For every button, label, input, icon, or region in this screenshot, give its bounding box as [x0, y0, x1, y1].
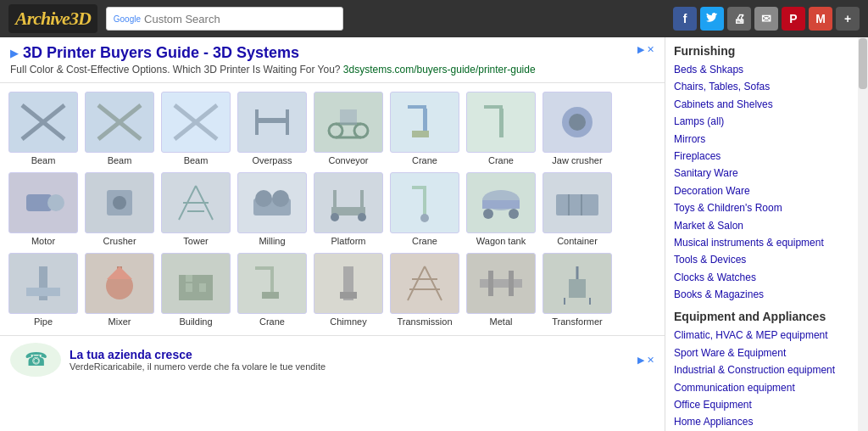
svg-point-45 — [509, 209, 519, 219]
grid-item-label: Beam — [8, 155, 78, 165]
svg-point-41 — [420, 214, 429, 222]
gmail-icon[interactable]: M — [809, 7, 832, 31]
grid-item[interactable]: Overpass — [234, 88, 310, 169]
grid-item-label: Building — [161, 316, 231, 327]
grid-item-image — [466, 92, 536, 153]
sidebar-link[interactable]: Home Appliances — [674, 413, 848, 430]
svg-rect-68 — [488, 271, 493, 296]
svg-rect-62 — [340, 292, 357, 299]
more-icon[interactable]: + — [836, 7, 860, 31]
grid-item[interactable]: Motor — [5, 169, 81, 249]
svg-rect-19 — [484, 105, 503, 109]
pinterest-icon[interactable]: P — [782, 7, 805, 31]
grid-item[interactable]: Mixer — [81, 249, 158, 330]
grid-item-image — [85, 253, 154, 314]
scrollbar-thumb[interactable] — [859, 38, 867, 89]
svg-point-10 — [354, 124, 368, 137]
sidebar-link[interactable]: Cabinets and Shelves — [674, 96, 848, 113]
grid-item-image — [314, 172, 383, 233]
grid-item[interactable]: Tower — [158, 169, 234, 249]
grid-item[interactable]: Transmission — [387, 249, 463, 330]
sidebar-link[interactable]: Musical instruments & equipment — [674, 234, 848, 251]
sidebar-link[interactable]: Market & Salon — [674, 217, 848, 234]
grid-item-label: Conveyor — [314, 155, 383, 165]
grid-item[interactable]: Container — [539, 169, 615, 249]
sidebar-link[interactable]: Beds & Shkaps — [674, 61, 848, 78]
sidebar-link[interactable]: Lamps (all) — [674, 113, 848, 130]
grid-item-image — [542, 172, 612, 233]
sidebar-link[interactable]: Industrial & Construction equipment — [674, 361, 848, 378]
grid-item[interactable]: Crane — [463, 88, 539, 169]
twitter-icon[interactable] — [700, 7, 724, 31]
sidebar-link[interactable]: Sanitary Ware — [674, 165, 848, 182]
search-bar[interactable]: Google — [106, 7, 343, 31]
svg-rect-8 — [286, 109, 289, 135]
ad-dismiss-icon[interactable]: ▶ ✕ — [637, 44, 654, 55]
grid-item[interactable]: Transformer — [539, 249, 615, 330]
grid-item[interactable]: Crane — [234, 249, 310, 330]
grid-item-image — [390, 172, 459, 233]
grid-item[interactable]: Beam — [5, 88, 81, 169]
grid-item-image — [390, 92, 459, 153]
grid-item[interactable]: Crusher — [81, 169, 158, 249]
email-icon[interactable]: ✉ — [754, 7, 778, 31]
ad-url[interactable]: 3dsystems.com/buyers-guide/printer-guide — [343, 64, 536, 76]
grid-item[interactable]: Jaw crusher — [539, 88, 615, 169]
sidebar-link[interactable]: Chairs, Tables, Sofas — [674, 78, 848, 95]
ad-title[interactable]: ▶ 3D Printer Buyers Guide - 3D Systems — [10, 44, 299, 62]
grid-item[interactable]: Beam — [158, 88, 234, 169]
svg-rect-43 — [482, 200, 520, 209]
social-icons: f 🖨 ✉ P M + — [673, 7, 860, 31]
grid-item-image — [466, 253, 536, 314]
grid-item-label: Pipe — [8, 316, 78, 327]
grid-item[interactable]: Crane — [387, 169, 463, 249]
grid-item-label: Beam — [161, 155, 231, 165]
sidebar: FurnishingBeds & ShkapsChairs, Tables, S… — [665, 37, 868, 431]
svg-marker-53 — [107, 266, 132, 279]
svg-rect-15 — [408, 105, 426, 109]
sidebar-link[interactable]: Sport Ware & Equipment — [674, 344, 848, 361]
bottom-ad-title[interactable]: La tua azienda cresce — [70, 348, 326, 361]
grid-item[interactable]: Beam — [81, 88, 158, 169]
sidebar-link[interactable]: Communication equipment — [674, 379, 848, 396]
bottom-ad: ☎ La tua azienda cresce VerdeRicaricabil… — [0, 335, 665, 383]
sidebar-link[interactable]: Decoration Ware — [674, 182, 848, 199]
sidebar-link[interactable]: Climatic, HVAC & MEP equipment — [674, 327, 848, 344]
sidebar-link[interactable]: Fireplaces — [674, 148, 848, 165]
grid-item[interactable]: Chimney — [310, 249, 387, 330]
grid-item[interactable]: Metal — [463, 249, 539, 330]
grid-item-label: Platform — [314, 236, 383, 246]
grid-item-image — [8, 253, 78, 314]
sidebar-link[interactable]: Office Equipment — [674, 396, 848, 413]
svg-rect-6 — [255, 118, 289, 123]
svg-rect-59 — [255, 266, 274, 270]
main-container: ▶ 3D Printer Buyers Guide - 3D Systems F… — [0, 37, 868, 431]
grid-item[interactable]: Crane — [387, 88, 463, 169]
grid-item-image — [161, 253, 231, 314]
sidebar-link[interactable]: Books & Magazines — [674, 286, 848, 303]
sidebar-link[interactable]: Tools & Devices — [674, 251, 848, 268]
bottom-ad-dismiss[interactable]: ▶ ✕ — [637, 355, 654, 366]
sidebar-link[interactable]: Mirrors — [674, 131, 848, 148]
sidebar-link[interactable]: Toys & Children's Room — [674, 199, 848, 216]
search-input[interactable] — [144, 13, 336, 25]
grid-item-label: Crane — [390, 236, 459, 246]
svg-point-24 — [47, 194, 64, 211]
svg-rect-39 — [423, 186, 426, 218]
sidebar-link[interactable]: Clocks & Watches — [674, 269, 848, 286]
grid-item[interactable]: Pipe — [5, 249, 81, 330]
site-logo[interactable]: Archive3D — [8, 4, 97, 33]
grid-item-label: Beam — [85, 155, 154, 165]
grid-item-image — [314, 92, 383, 153]
grid-item[interactable]: Platform — [310, 169, 387, 249]
grid-item[interactable]: Milling — [234, 169, 310, 249]
print-icon[interactable]: 🖨 — [727, 7, 751, 31]
svg-rect-70 — [569, 279, 586, 298]
grid-item[interactable]: Building — [158, 249, 234, 330]
svg-rect-35 — [333, 190, 337, 207]
svg-rect-46 — [556, 194, 598, 216]
svg-line-63 — [408, 266, 425, 300]
grid-item[interactable]: Wagon tank — [463, 169, 539, 249]
facebook-icon[interactable]: f — [673, 7, 697, 31]
grid-item[interactable]: Conveyor — [310, 88, 387, 169]
